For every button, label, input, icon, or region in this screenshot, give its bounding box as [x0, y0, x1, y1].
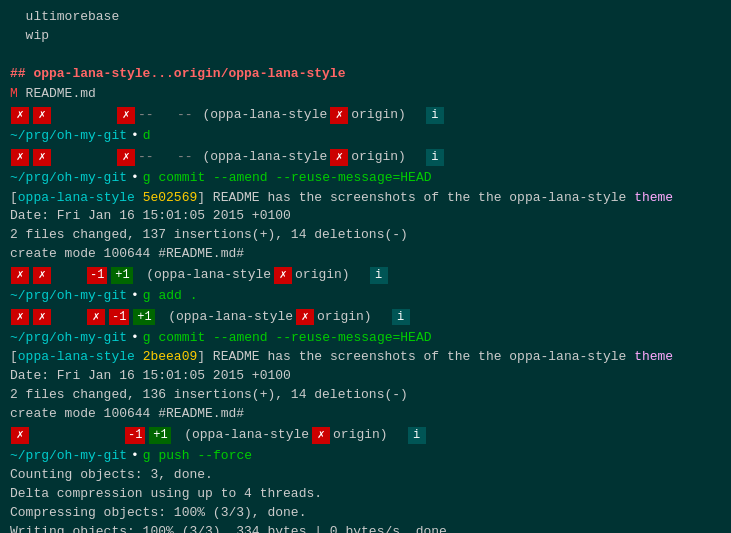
line-blank1	[10, 46, 721, 65]
blk-x-3b: ✗	[33, 267, 51, 284]
prompt-path-d: ~/prg/oh-my-git	[10, 127, 127, 146]
origin-label-3: origin)	[295, 266, 350, 285]
blk-teal-3: i	[370, 267, 388, 284]
blk-x-2c: ✗	[117, 149, 135, 166]
blk-plus-5: +1	[149, 427, 171, 444]
cmd-add: g add .	[143, 287, 198, 306]
blk-origin-5: ✗	[312, 427, 330, 444]
bullet-d: •	[131, 127, 139, 146]
cmd-push: g push --force	[143, 447, 252, 466]
branch-label-5: (oppa-lana-style	[184, 426, 309, 445]
blk-x-2: ✗	[33, 107, 51, 124]
modified-file: M README.md	[10, 85, 721, 104]
status-row-5: ✗ -1 +1 (oppa-lana-style ✗ origin) i	[10, 426, 721, 445]
blk-origin-1: ✗	[330, 107, 348, 124]
terminal-container: ultimorebase wip ## oppa-lana-style...or…	[10, 8, 721, 533]
prompt-path-add: ~/prg/oh-my-git	[10, 287, 127, 306]
push-counting: Counting objects: 3, done.	[10, 466, 721, 485]
status-row-4: ✗ ✗ ✗ -1 +1 (oppa-lana-style ✗ origin) i	[10, 308, 721, 327]
blk-x-3a: ✗	[11, 267, 29, 284]
branch-name-2: oppa-lana-style	[18, 349, 135, 364]
blk-x-1: ✗	[11, 107, 29, 124]
blk-x-3: ✗	[117, 107, 135, 124]
origin-label-1: origin)	[351, 106, 406, 125]
push-delta: Delta compression using up to 4 threads.	[10, 485, 721, 504]
prompt-push: ~/prg/oh-my-git • g push --force	[10, 447, 721, 466]
blk-x-5a: ✗	[11, 427, 29, 444]
commit-date-1: Date: Fri Jan 16 15:01:05 2015 +0100	[10, 207, 721, 226]
blk-plus-4: +1	[133, 309, 155, 326]
status-row-2: ✗ ✗ ✗ -- -- (oppa-lana-style ✗ origin) i	[10, 148, 721, 167]
prompt-commit-1: ~/prg/oh-my-git • g commit --amend --reu…	[10, 169, 721, 188]
heading-text: ## oppa-lana-style...origin/oppa-lana-st…	[10, 66, 345, 81]
push-compress: Compressing objects: 100% (3/3), done.	[10, 504, 721, 523]
blk-minus-3: -1	[87, 267, 107, 284]
line-ultimorebase: ultimorebase	[10, 8, 721, 27]
commit-mode-2: create mode 100644 #README.md#	[10, 405, 721, 424]
prompt-commit-2: ~/prg/oh-my-git • g commit --amend --reu…	[10, 329, 721, 348]
status-row-1: ✗ ✗ ✗ -- -- (oppa-lana-style ✗ origin) i	[10, 106, 721, 125]
theme-1: theme	[634, 190, 673, 205]
branch-label-2: (oppa-lana-style	[202, 148, 327, 167]
blk-origin-2: ✗	[330, 149, 348, 166]
cmd-c2: g commit --amend --reuse-message=HEAD	[143, 329, 432, 348]
space-5	[174, 426, 182, 445]
hash-1: 5e02569	[143, 190, 198, 205]
prompt-path-c1: ~/prg/oh-my-git	[10, 169, 127, 188]
prompt-d: ~/prg/oh-my-git • d	[10, 127, 721, 146]
blk-minus-4: -1	[109, 309, 129, 326]
blk-teal-5: i	[408, 427, 426, 444]
blk-x-4b: ✗	[33, 309, 51, 326]
bullet-add: •	[131, 287, 139, 306]
dash-sep-1: -- --	[138, 106, 200, 125]
origin-label-4: origin)	[317, 308, 372, 327]
prompt-path-push: ~/prg/oh-my-git	[10, 447, 127, 466]
hash-2: 2beea09	[143, 349, 198, 364]
modified-marker: M	[10, 86, 26, 101]
dash-sep-2: -- --	[138, 148, 200, 167]
commit-files-2: 2 files changed, 136 insertions(+), 14 d…	[10, 386, 721, 405]
commit-msg-2: [oppa-lana-style 2beea09] README has the…	[10, 348, 721, 367]
branch-label-4: (oppa-lana-style	[168, 308, 293, 327]
line-wip: wip	[10, 27, 721, 46]
theme-2: theme	[634, 349, 673, 364]
push-writing: Writing objects: 100% (3/3), 334 bytes |…	[10, 523, 721, 533]
bullet-c2: •	[131, 329, 139, 348]
origin-label-5: origin)	[333, 426, 388, 445]
branch-label-3: (oppa-lana-style	[146, 266, 271, 285]
branch-label-1: (oppa-lana-style	[202, 106, 327, 125]
blk-minus-5: -1	[125, 427, 145, 444]
space-4	[158, 308, 166, 327]
cmd-c1: g commit --amend --reuse-message=HEAD	[143, 169, 432, 188]
bullet-c1: •	[131, 169, 139, 188]
status-row-3: ✗ ✗ -1 +1 (oppa-lana-style ✗ origin) i	[10, 266, 721, 285]
commit-msg-1: [oppa-lana-style 5e02569] README has the…	[10, 189, 721, 208]
modified-filename: README.md	[26, 86, 96, 101]
blk-origin-4: ✗	[296, 309, 314, 326]
blk-plus-3: +1	[111, 267, 133, 284]
cmd-d: d	[143, 127, 151, 146]
commit-date-2: Date: Fri Jan 16 15:01:05 2015 +0100	[10, 367, 721, 386]
bullet-push: •	[131, 447, 139, 466]
blk-teal-4: i	[392, 309, 410, 326]
prompt-path-c2: ~/prg/oh-my-git	[10, 329, 127, 348]
origin-label-2: origin)	[351, 148, 406, 167]
blk-x-2a: ✗	[11, 149, 29, 166]
branch-name-1: oppa-lana-style	[18, 190, 135, 205]
blk-teal-2: i	[426, 149, 444, 166]
commit-files-1: 2 files changed, 137 insertions(+), 14 d…	[10, 226, 721, 245]
commit-mode-1: create mode 100644 #README.md#	[10, 245, 721, 264]
blk-teal-1: i	[426, 107, 444, 124]
prompt-add: ~/prg/oh-my-git • g add .	[10, 287, 721, 306]
blk-origin-3: ✗	[274, 267, 292, 284]
blk-x-4a: ✗	[11, 309, 29, 326]
space-3	[136, 266, 144, 285]
branch-heading: ## oppa-lana-style...origin/oppa-lana-st…	[10, 65, 721, 84]
blk-x-4c: ✗	[87, 309, 105, 326]
blk-x-2b: ✗	[33, 149, 51, 166]
